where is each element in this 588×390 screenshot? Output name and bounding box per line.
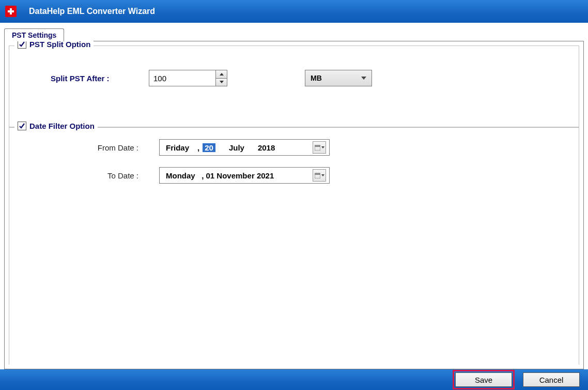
from-date-calendar-button[interactable] (313, 141, 326, 154)
to-date-row: To Date : Monday , 01 November 2021 (40, 167, 553, 184)
spin-down-button[interactable] (216, 78, 227, 86)
spin-up-button[interactable] (216, 70, 227, 78)
date-filter-group: Date Filter Option From Date : Friday , … (9, 127, 579, 365)
from-date-month: July (229, 143, 244, 152)
svg-rect-1 (315, 145, 320, 147)
date-filter-legend-label: Date Filter Option (29, 122, 95, 130)
pst-split-group: PST Split Option Split PST After : 100 (9, 46, 579, 127)
to-date-value: Monday , 01 November 2021 (166, 171, 274, 180)
from-date-text: Friday , 20 July 2018 (166, 143, 313, 152)
from-date-comma: , (197, 143, 199, 152)
from-date-weekday: Friday (166, 143, 189, 152)
from-date-label: From Date : (40, 143, 159, 152)
footer: Save Cancel (0, 369, 588, 390)
window-title: DataHelp EML Converter Wizard (29, 7, 155, 16)
chevron-down-icon (321, 146, 324, 148)
to-date-picker[interactable]: Monday , 01 November 2021 (159, 167, 330, 184)
cancel-button[interactable]: Cancel (523, 372, 580, 387)
split-value-input[interactable]: 100 (149, 70, 227, 86)
from-date-day-selected[interactable]: 20 (203, 143, 215, 152)
app-icon (5, 6, 17, 17)
split-value[interactable]: 100 (149, 70, 215, 86)
split-unit-select[interactable]: MB (305, 70, 372, 86)
tab-header: PST Settings (4, 28, 584, 41)
svg-rect-3 (315, 173, 320, 175)
calendar-icon (315, 145, 320, 151)
split-row: Split PST After : 100 (35, 54, 553, 117)
content: PST Settings PST Split Option Split PST … (0, 23, 588, 369)
save-button[interactable]: Save (455, 372, 512, 387)
to-date-calendar-button[interactable] (313, 169, 326, 182)
titlebar: DataHelp EML Converter Wizard (0, 0, 588, 23)
chevron-down-icon (361, 77, 366, 80)
to-date-label: To Date : (40, 171, 159, 180)
date-filter-checkbox[interactable] (18, 122, 26, 130)
save-button-highlight: Save (453, 370, 515, 389)
from-date-year: 2018 (258, 143, 275, 152)
tab-container: PST Settings PST Split Option Split PST … (4, 28, 584, 369)
to-date-text: Monday , 01 November 2021 (166, 171, 313, 180)
split-unit-value: MB (311, 74, 322, 82)
split-after-label: Split PST After : (51, 74, 133, 83)
from-date-row: From Date : Friday , 20 July 2018 (40, 139, 553, 156)
chevron-down-icon (321, 174, 324, 176)
tab-body: PST Split Option Split PST After : 100 (4, 41, 584, 369)
calendar-icon (315, 173, 320, 178)
date-filter-legend: Date Filter Option (14, 122, 98, 130)
split-spinners (215, 70, 227, 86)
tab-pst-settings[interactable]: PST Settings (4, 28, 64, 41)
from-date-picker[interactable]: Friday , 20 July 2018 (159, 139, 330, 156)
